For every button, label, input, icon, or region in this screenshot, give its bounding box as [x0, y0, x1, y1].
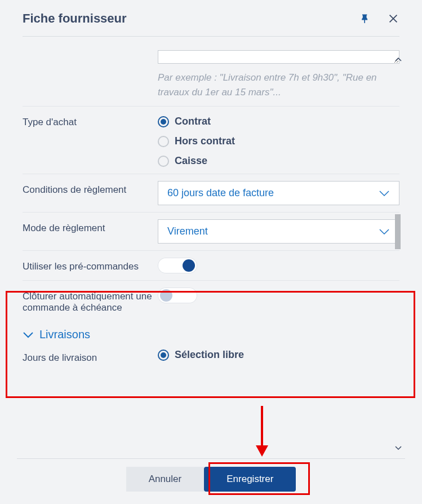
autoclose-toggle[interactable] [158, 288, 197, 303]
page-title: Fiche fournisseur [23, 11, 127, 26]
cancel-button[interactable]: Annuler [126, 467, 205, 492]
radio-hors-contrat[interactable] [158, 136, 169, 147]
save-button[interactable]: Enregistrer [204, 467, 296, 492]
radio-caisse-label: Caisse [175, 155, 207, 167]
preorders-toggle[interactable] [158, 258, 197, 273]
radio-selection-libre-label: Sélection libre [175, 349, 244, 361]
scroll-up-arrow-icon[interactable] [394, 56, 402, 62]
payment-mode-value: Virement [167, 226, 208, 237]
radio-hors-contrat-label: Hors contrat [175, 135, 235, 147]
radio-contrat[interactable] [158, 116, 169, 127]
radio-contrat-label: Contrat [175, 116, 211, 127]
radio-caisse[interactable] [158, 156, 169, 167]
close-icon[interactable] [387, 12, 399, 25]
deliveries-section-label: Livraisons [39, 328, 90, 341]
chevron-down-icon [379, 228, 390, 235]
scroll-down-arrow-icon[interactable] [394, 445, 402, 451]
preorders-label: Utiliser les pré-commandes [23, 258, 158, 272]
pin-icon[interactable] [359, 12, 371, 25]
delivery-days-label: Jours de livraison [23, 349, 158, 364]
notes-help-text: Par exemple : "Livraison entre 7h et 9h3… [158, 70, 399, 99]
autoclose-label: Clôturer automatiquement une commande à … [23, 288, 158, 313]
payment-terms-select[interactable]: 60 jours date de facture [158, 181, 399, 205]
payment-terms-label: Conditions de règlement [23, 181, 158, 196]
scrollbar[interactable] [395, 214, 401, 249]
chevron-down-icon [23, 331, 34, 338]
payment-mode-label: Mode de règlement [23, 219, 158, 234]
notes-textarea[interactable] [158, 50, 399, 64]
deliveries-section-header[interactable]: Livraisons [23, 320, 399, 347]
payment-terms-value: 60 jours date de facture [167, 187, 274, 199]
purchase-type-label: Type d'achat [23, 113, 158, 128]
annotation-arrow [254, 406, 270, 457]
svg-marker-1 [256, 445, 268, 457]
chevron-down-icon [379, 190, 390, 197]
radio-selection-libre[interactable] [158, 350, 169, 361]
payment-mode-select[interactable]: Virement [158, 219, 399, 244]
